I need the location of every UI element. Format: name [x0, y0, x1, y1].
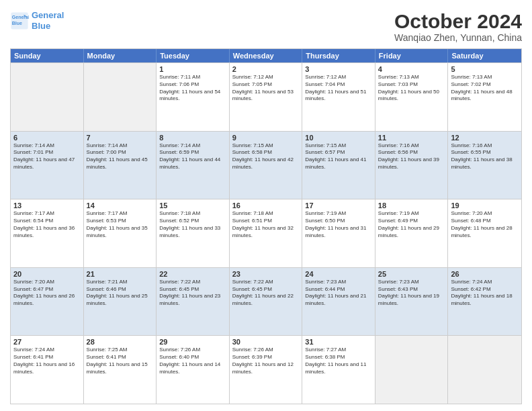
calendar-cell-8: 8Sunrise: 7:14 AMSunset: 6:59 PMDaylight…: [157, 132, 230, 199]
calendar-row-1: 6Sunrise: 7:14 AMSunset: 7:01 PMDaylight…: [11, 131, 521, 199]
cell-info-6: Sunrise: 7:14 AMSunset: 7:01 PMDaylight:…: [13, 142, 81, 171]
cell-info-8: Sunrise: 7:14 AMSunset: 6:59 PMDaylight:…: [159, 142, 226, 171]
cell-info-22: Sunrise: 7:22 AMSunset: 6:45 PMDaylight:…: [159, 279, 226, 308]
title-block: October 2024 Wanqiao Zhen, Yunnan, China: [394, 10, 522, 43]
header-day-tuesday: Tuesday: [157, 49, 230, 62]
cell-info-26: Sunrise: 7:24 AMSunset: 6:42 PMDaylight:…: [451, 279, 519, 308]
calendar-cell-20: 20Sunrise: 7:20 AMSunset: 6:47 PMDayligh…: [11, 268, 84, 336]
cell-date-21: 21: [87, 270, 154, 278]
calendar-row-3: 20Sunrise: 7:20 AMSunset: 6:47 PMDayligh…: [11, 267, 521, 336]
header-day-monday: Monday: [84, 49, 157, 62]
svg-text:Blue: Blue: [12, 20, 22, 25]
cell-info-15: Sunrise: 7:18 AMSunset: 6:52 PMDaylight:…: [159, 210, 226, 239]
cell-date-28: 28: [87, 338, 154, 346]
calendar-cell-21: 21Sunrise: 7:21 AMSunset: 6:46 PMDayligh…: [84, 268, 157, 336]
calendar-cell-15: 15Sunrise: 7:18 AMSunset: 6:52 PMDayligh…: [157, 199, 230, 267]
cell-date-24: 24: [305, 270, 372, 278]
calendar-cell-4: 4Sunrise: 7:13 AMSunset: 7:03 PMDaylight…: [375, 63, 449, 131]
calendar-cell-11: 11Sunrise: 7:16 AMSunset: 6:56 PMDayligh…: [375, 132, 449, 199]
cell-info-11: Sunrise: 7:16 AMSunset: 6:56 PMDaylight:…: [378, 142, 445, 171]
calendar-cell-27: 27Sunrise: 7:24 AMSunset: 6:41 PMDayligh…: [11, 336, 84, 404]
cell-date-17: 17: [305, 201, 372, 210]
cell-info-7: Sunrise: 7:14 AMSunset: 7:00 PMDaylight:…: [87, 142, 154, 171]
cell-info-29: Sunrise: 7:26 AMSunset: 6:40 PMDaylight:…: [159, 347, 226, 375]
calendar-cell-13: 13Sunrise: 7:17 AMSunset: 6:54 PMDayligh…: [11, 199, 84, 267]
cell-info-30: Sunrise: 7:26 AMSunset: 6:39 PMDaylight:…: [232, 347, 300, 375]
logo-text: GeneralBlue: [32, 10, 64, 31]
calendar-cell-2: 2Sunrise: 7:12 AMSunset: 7:05 PMDaylight…: [230, 63, 303, 131]
cell-date-29: 29: [159, 338, 226, 346]
cell-info-18: Sunrise: 7:19 AMSunset: 6:49 PMDaylight:…: [378, 210, 445, 239]
calendar-cell-14: 14Sunrise: 7:17 AMSunset: 6:53 PMDayligh…: [84, 199, 157, 267]
header-day-friday: Friday: [375, 49, 449, 62]
calendar-row-0: 1Sunrise: 7:11 AMSunset: 7:06 PMDaylight…: [11, 62, 521, 131]
subtitle: Wanqiao Zhen, Yunnan, China: [394, 32, 522, 43]
cell-date-5: 5: [451, 65, 519, 73]
cell-info-19: Sunrise: 7:20 AMSunset: 6:48 PMDaylight:…: [451, 210, 519, 239]
cell-info-16: Sunrise: 7:18 AMSunset: 6:51 PMDaylight:…: [232, 210, 300, 239]
cell-info-1: Sunrise: 7:11 AMSunset: 7:06 PMDaylight:…: [159, 74, 226, 103]
empty-cell: [84, 63, 157, 131]
cell-date-16: 16: [232, 201, 300, 210]
calendar-row-4: 27Sunrise: 7:24 AMSunset: 6:41 PMDayligh…: [11, 335, 521, 404]
cell-info-23: Sunrise: 7:22 AMSunset: 6:45 PMDaylight:…: [232, 279, 300, 308]
cell-date-25: 25: [378, 270, 445, 278]
cell-info-28: Sunrise: 7:25 AMSunset: 6:41 PMDaylight:…: [87, 347, 154, 375]
logo-icon: General Blue: [10, 11, 29, 30]
calendar-cell-28: 28Sunrise: 7:25 AMSunset: 6:41 PMDayligh…: [84, 336, 157, 404]
calendar-cell-5: 5Sunrise: 7:13 AMSunset: 7:02 PMDaylight…: [448, 63, 521, 131]
cell-info-4: Sunrise: 7:13 AMSunset: 7:03 PMDaylight:…: [378, 74, 445, 103]
calendar-row-2: 13Sunrise: 7:17 AMSunset: 6:54 PMDayligh…: [11, 199, 521, 267]
cell-date-31: 31: [305, 338, 372, 346]
cell-date-12: 12: [451, 134, 519, 142]
cell-info-12: Sunrise: 7:16 AMSunset: 6:55 PMDaylight:…: [451, 142, 519, 171]
calendar-cell-26: 26Sunrise: 7:24 AMSunset: 6:42 PMDayligh…: [448, 268, 521, 336]
cell-date-2: 2: [232, 65, 300, 73]
page: General Blue GeneralBlue October 2024 Wa…: [0, 0, 532, 411]
cell-date-8: 8: [159, 134, 226, 142]
header-day-thursday: Thursday: [302, 49, 375, 62]
cell-info-10: Sunrise: 7:15 AMSunset: 6:57 PMDaylight:…: [305, 142, 372, 171]
cell-date-26: 26: [451, 270, 519, 278]
cell-date-15: 15: [159, 201, 226, 210]
cell-date-22: 22: [159, 270, 226, 278]
cell-date-1: 1: [159, 65, 226, 73]
calendar-cell-30: 30Sunrise: 7:26 AMSunset: 6:39 PMDayligh…: [230, 336, 303, 404]
header-day-wednesday: Wednesday: [230, 49, 303, 62]
calendar-cell-9: 9Sunrise: 7:15 AMSunset: 6:58 PMDaylight…: [230, 132, 303, 199]
cell-date-18: 18: [378, 201, 445, 210]
cell-info-31: Sunrise: 7:27 AMSunset: 6:38 PMDaylight:…: [305, 347, 372, 375]
cell-info-25: Sunrise: 7:23 AMSunset: 6:43 PMDaylight:…: [378, 279, 445, 308]
empty-cell: [375, 336, 449, 404]
cell-date-23: 23: [232, 270, 300, 278]
calendar-cell-31: 31Sunrise: 7:27 AMSunset: 6:38 PMDayligh…: [302, 336, 375, 404]
cell-info-20: Sunrise: 7:20 AMSunset: 6:47 PMDaylight:…: [13, 279, 81, 308]
cell-info-21: Sunrise: 7:21 AMSunset: 6:46 PMDaylight:…: [87, 279, 154, 308]
cell-date-11: 11: [378, 134, 445, 142]
calendar-cell-25: 25Sunrise: 7:23 AMSunset: 6:43 PMDayligh…: [375, 268, 449, 336]
calendar-cell-3: 3Sunrise: 7:12 AMSunset: 7:04 PMDaylight…: [302, 63, 375, 131]
cell-date-9: 9: [232, 134, 300, 142]
calendar-cell-1: 1Sunrise: 7:11 AMSunset: 7:06 PMDaylight…: [157, 63, 230, 131]
calendar-header: SundayMondayTuesdayWednesdayThursdayFrid…: [11, 49, 521, 62]
cell-info-27: Sunrise: 7:24 AMSunset: 6:41 PMDaylight:…: [13, 347, 81, 375]
main-title: October 2024: [394, 10, 522, 32]
calendar-cell-12: 12Sunrise: 7:16 AMSunset: 6:55 PMDayligh…: [448, 132, 521, 199]
cell-info-3: Sunrise: 7:12 AMSunset: 7:04 PMDaylight:…: [305, 74, 372, 103]
calendar-cell-18: 18Sunrise: 7:19 AMSunset: 6:49 PMDayligh…: [375, 199, 449, 267]
calendar-cell-29: 29Sunrise: 7:26 AMSunset: 6:40 PMDayligh…: [157, 336, 230, 404]
empty-cell: [11, 63, 84, 131]
calendar-cell-24: 24Sunrise: 7:23 AMSunset: 6:44 PMDayligh…: [302, 268, 375, 336]
logo: General Blue GeneralBlue: [10, 10, 64, 31]
calendar-cell-17: 17Sunrise: 7:19 AMSunset: 6:50 PMDayligh…: [302, 199, 375, 267]
cell-date-7: 7: [87, 134, 154, 142]
cell-date-27: 27: [13, 338, 81, 346]
cell-info-13: Sunrise: 7:17 AMSunset: 6:54 PMDaylight:…: [13, 210, 81, 239]
calendar-cell-7: 7Sunrise: 7:14 AMSunset: 7:00 PMDaylight…: [84, 132, 157, 199]
cell-date-10: 10: [305, 134, 372, 142]
header-day-saturday: Saturday: [448, 49, 521, 62]
header: General Blue GeneralBlue October 2024 Wa…: [10, 10, 522, 43]
cell-date-13: 13: [13, 201, 81, 210]
cell-date-14: 14: [87, 201, 154, 210]
cell-info-14: Sunrise: 7:17 AMSunset: 6:53 PMDaylight:…: [87, 210, 154, 239]
